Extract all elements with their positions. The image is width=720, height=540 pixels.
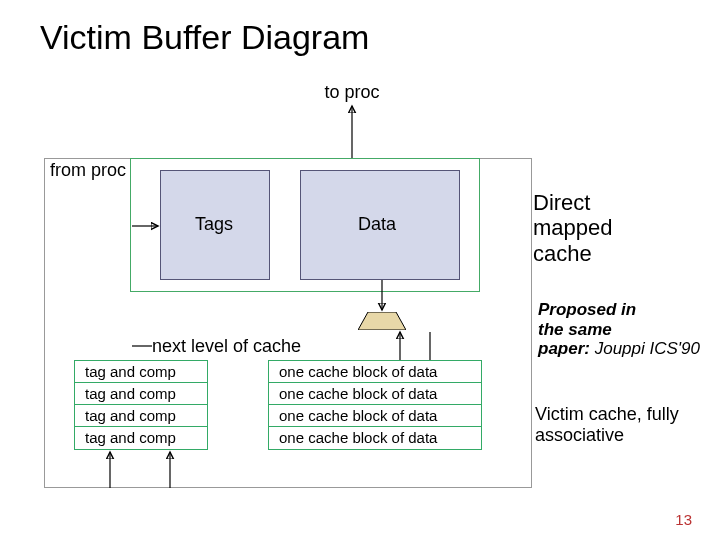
label-to-proc: to proc bbox=[312, 82, 392, 103]
victim-tag-row: tag and comp bbox=[75, 405, 207, 427]
label-next-level-of-cache: next level of cache bbox=[152, 336, 301, 357]
label-victim-cache: Victim cache, fullyassociative bbox=[535, 404, 679, 445]
victim-data-row: one cache block of data bbox=[269, 383, 481, 405]
mux-trapezoid bbox=[358, 312, 406, 330]
label-tags: Tags bbox=[195, 214, 233, 235]
victim-data-row: one cache block of data bbox=[269, 361, 481, 383]
label-from-proc: from proc bbox=[50, 160, 126, 181]
page-number: 13 bbox=[675, 511, 692, 528]
label-direct-mapped-cache: Directmappedcache bbox=[533, 190, 613, 266]
victim-tag-row: tag and comp bbox=[75, 361, 207, 383]
label-data: Data bbox=[358, 214, 396, 235]
victim-tag-row: tag and comp bbox=[75, 427, 207, 449]
note-proposed-in-paper: Proposed in the same paper: Jouppi ICS'9… bbox=[538, 300, 700, 359]
victim-tag-table: tag and comp tag and comp tag and comp t… bbox=[74, 360, 208, 450]
victim-data-row: one cache block of data bbox=[269, 427, 481, 449]
victim-data-row: one cache block of data bbox=[269, 405, 481, 427]
slide-title: Victim Buffer Diagram bbox=[40, 18, 369, 57]
victim-tag-row: tag and comp bbox=[75, 383, 207, 405]
victim-data-table: one cache block of data one cache block … bbox=[268, 360, 482, 450]
svg-marker-0 bbox=[358, 312, 406, 330]
